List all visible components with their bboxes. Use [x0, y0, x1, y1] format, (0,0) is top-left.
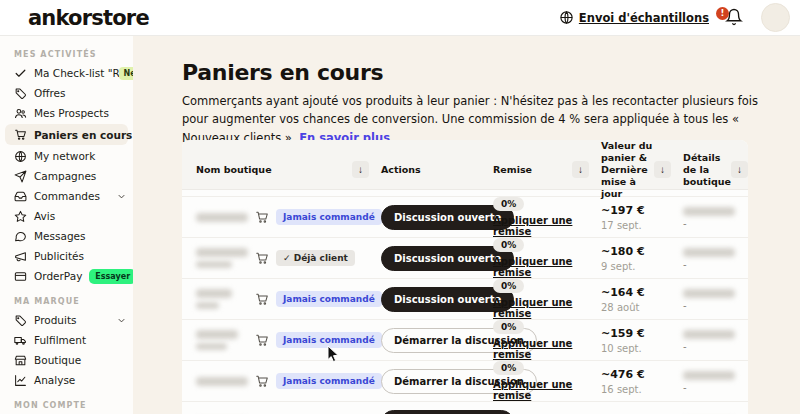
cart-value: ~197 €: [601, 204, 683, 217]
boutique-details-redacted: [683, 207, 735, 216]
sidebar-item-offres[interactable]: Offres: [0, 83, 133, 103]
tag-icon: [14, 314, 27, 327]
boutique-name-redacted: [196, 302, 219, 309]
boutique-details-redacted: [683, 248, 735, 257]
details-dash: -: [683, 221, 735, 227]
sidebar-item-campagnes[interactable]: Campagnes: [0, 166, 133, 186]
discussion-button[interactable]: Discussion ouverte: [381, 410, 514, 414]
cart-icon: [255, 374, 269, 388]
sort-arrow-icon: ↓: [578, 164, 583, 175]
apply-discount-link[interactable]: Appliquer une remise: [493, 215, 601, 237]
section-mon-compte: Mon compte: [0, 401, 133, 414]
star-icon: [14, 210, 27, 223]
sidebar-item-fulfilment[interactable]: Fulfilment: [0, 330, 133, 350]
apply-discount-link[interactable]: Appliquer une remise: [493, 256, 601, 278]
essayer-badge[interactable]: Essayer: [89, 269, 133, 284]
chat-icon: [14, 230, 27, 243]
col-header-remise: Remise ↓: [493, 161, 601, 178]
wallet-icon: [14, 270, 27, 283]
cart-value: ~159 €: [601, 327, 683, 340]
check-icon: ✓: [283, 253, 291, 263]
sidebar-item-orderpay[interactable]: OrderPay Essayer: [0, 266, 133, 286]
sidebar-item-analyse[interactable]: Analyse: [0, 370, 133, 390]
col-header-actions: Actions: [381, 164, 493, 176]
inbox-icon: [14, 190, 27, 203]
sort-button-nom-boutique[interactable]: ↓: [352, 161, 369, 178]
sidebar-item-commandes[interactable]: Commandes: [0, 186, 133, 206]
sidebar-item-paniers-en-cours[interactable]: Paniers en cours New: [5, 124, 128, 145]
boutique-name-redacted: [196, 343, 227, 350]
details-dash: -: [683, 344, 735, 350]
last-update-date: 16 sept.: [601, 384, 683, 395]
last-update-date: 9 sept.: [601, 261, 683, 272]
sort-button-details[interactable]: ↓: [731, 161, 748, 178]
col-header-nom-boutique: Nom boutique ↓: [196, 161, 381, 178]
table-row: Jamais commandé Démarrer la discussion 0…: [182, 319, 748, 360]
boutique-name-redacted: [196, 213, 248, 222]
cart-icon: [255, 210, 269, 224]
new-badge: New: [119, 67, 133, 80]
samples-link[interactable]: Envoi d'échantillons: [559, 10, 709, 25]
boutique-name-redacted: [196, 377, 248, 386]
sort-arrow-icon: ↓: [660, 164, 665, 175]
boutique-details-redacted: [683, 330, 735, 339]
globe-icon: [14, 150, 27, 163]
discount-percent: 0%: [493, 320, 524, 334]
cart-value: ~180 €: [601, 245, 683, 258]
sidebar-item-checklist[interactable]: Ma Check-list "Réussite" New: [0, 63, 133, 83]
notifications-button[interactable]: !: [725, 8, 745, 28]
sidebar-item-boutique[interactable]: Boutique: [0, 350, 133, 370]
top-bar: ankorstore Envoi d'échantillons !: [0, 0, 800, 36]
megaphone-icon: [14, 250, 27, 263]
details-dash: -: [683, 385, 735, 391]
ankorstore-logo: ankorstore: [0, 6, 149, 30]
chart-icon: [14, 374, 27, 387]
sidebar-item-produits[interactable]: Produits: [0, 310, 133, 330]
cart-value: ~476 €: [601, 368, 683, 381]
cart-icon: [255, 292, 269, 306]
apply-discount-link[interactable]: Appliquer une remise: [493, 379, 601, 401]
cart-icon: [14, 128, 27, 141]
discount-percent: 0%: [493, 238, 524, 252]
chevron-down-icon: [116, 191, 127, 202]
topbar-actions: Envoi d'échantillons !: [559, 3, 800, 32]
globe-icon: [559, 10, 574, 25]
apply-discount-link[interactable]: Appliquer une remise: [493, 297, 601, 319]
sort-arrow-icon: ↓: [737, 164, 742, 175]
sidebar-item-publicites[interactable]: Publicités: [0, 246, 133, 266]
table-header-row: Nom boutique ↓ Actions Remise ↓ Valeur d…: [182, 140, 748, 190]
sort-button-remise[interactable]: ↓: [572, 161, 589, 178]
user-avatar[interactable]: [761, 3, 790, 32]
apply-discount-link[interactable]: Appliquer une remise: [493, 338, 601, 360]
sidebar-item-my-network[interactable]: My network: [0, 146, 133, 166]
boutique-details-redacted: [683, 371, 735, 380]
col-header-details-boutique: Détails de la boutique ↓: [683, 152, 748, 188]
client-status-badge: Jamais commandé: [276, 373, 382, 389]
sidebar-item-avis[interactable]: Avis: [0, 206, 133, 226]
sidebar-item-messages[interactable]: Messages: [0, 226, 133, 246]
last-update-date: 28 août: [601, 302, 683, 313]
boutique-name-redacted: [196, 330, 238, 339]
last-update-date: 17 sept.: [601, 220, 683, 231]
sidebar-item-prospects[interactable]: Mes Prospects: [0, 103, 133, 123]
sidebar: Mes activités Ma Check-list "Réussite" N…: [0, 36, 133, 414]
tag-icon: [14, 87, 27, 100]
table-row: Jamais commandé Discussion ouverte 0% Ap…: [182, 196, 748, 237]
discount-percent: 0%: [493, 197, 524, 211]
boutique-name-redacted: [196, 261, 232, 268]
cart-icon: [255, 333, 269, 347]
col-header-valeur-panier: Valeur du panier & Dernière mise à jour …: [601, 140, 683, 199]
section-mes-activites: Mes activités: [0, 50, 133, 63]
details-dash: -: [683, 303, 735, 309]
discount-percent: 0%: [493, 279, 524, 293]
sort-button-valeur[interactable]: ↓: [654, 161, 671, 178]
last-update-date: 10 sept.: [601, 343, 683, 354]
page-title: Paniers en cours: [182, 60, 383, 85]
check-icon: [14, 67, 27, 80]
table-row: ✓ Déjà client Discussion ouverte 0% ~180…: [182, 401, 748, 414]
main-content: Paniers en cours Commerçants ayant ajout…: [133, 36, 800, 414]
sort-arrow-icon: ↓: [358, 164, 363, 175]
cart-value: ~164 €: [601, 286, 683, 299]
table-row: ✓ Déjà client Discussion ouverte 0% Appl…: [182, 237, 748, 278]
table-row: Jamais commandé Discussion ouverte 0% Ap…: [182, 278, 748, 319]
